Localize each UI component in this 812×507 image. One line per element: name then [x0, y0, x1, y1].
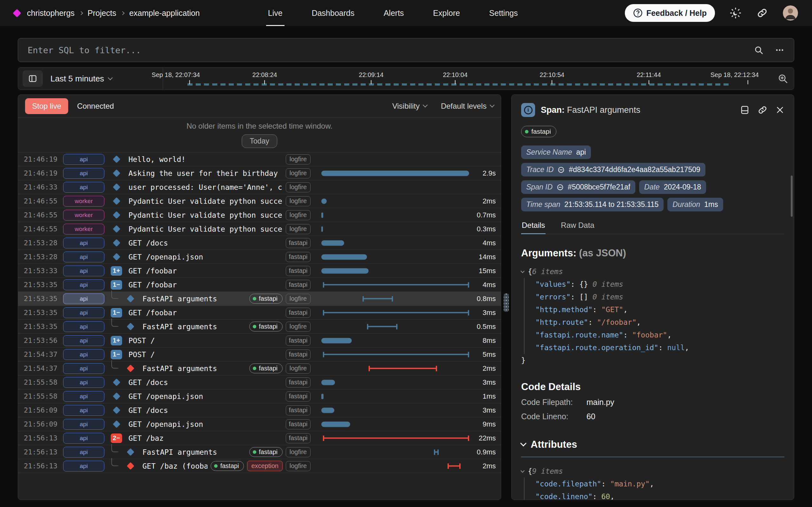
span-row[interactable]: 21:53:35apiFastAPI argumentsfastapilogfi…	[18, 320, 501, 334]
span-row[interactable]: 21:53:56api1+POST /fastapi8ms	[18, 334, 501, 348]
span-row[interactable]: 21:54:37apiFastAPI argumentsfastapilogfi…	[18, 361, 501, 376]
span-row[interactable]: 21:53:35api1−GET /foobarfastapi3ms	[18, 306, 501, 320]
visibility-dropdown[interactable]: Visibility	[392, 102, 427, 111]
user-avatar[interactable]	[783, 5, 798, 20]
tab-explore[interactable]: Explore	[433, 0, 460, 26]
span-message: FastAPI arguments	[142, 295, 246, 303]
time-range-dropdown[interactable]: Last 5 minutes	[50, 74, 112, 83]
tick-label: 22:09:14	[359, 71, 384, 78]
span-row[interactable]: 21:56:09apiGET /openapi.jsonfastapi9ms	[18, 417, 501, 431]
json-body: "code.filepath": "main.py","code.lineno"…	[524, 477, 784, 500]
toggle-children-badge[interactable]: 1+	[111, 266, 122, 276]
close-icon[interactable]	[775, 106, 784, 114]
tree-indent	[104, 292, 118, 305]
span-row[interactable]: 21:56:13apiFastAPI argumentsfastapilogfi…	[18, 445, 501, 459]
span-row[interactable]: 21:53:28apiGET /openapi.jsonfastapi14ms	[18, 250, 501, 264]
timeline-track[interactable]: Sep 18, 22:07:3422:08:2422:09:1422:10:04…	[163, 67, 772, 90]
more-options-icon[interactable]	[775, 45, 784, 55]
span-row[interactable]: 21:56:09apiGET /docsfastapi3ms	[18, 403, 501, 417]
toggle-children-badge[interactable]: 1−	[111, 280, 122, 290]
json-line: "http.method": "GET",	[536, 303, 784, 316]
toggle-children-badge[interactable]: 1−	[111, 350, 122, 359]
default-levels-dropdown[interactable]: Default levels	[441, 102, 494, 111]
tree-connector	[111, 444, 118, 452]
green-dot-icon	[253, 450, 256, 454]
toggle-children-badge[interactable]: 1−	[111, 308, 122, 318]
span-type-label: Span:	[541, 105, 565, 115]
scrollbar-thumb[interactable]	[791, 176, 793, 217]
sidebar-toggle-button[interactable]	[22, 70, 43, 87]
breadcrumb-project[interactable]: example-application	[129, 9, 200, 18]
feedback-help-button[interactable]: Feedback / Help	[625, 4, 715, 22]
json-line: "errors": [] 0 items	[536, 291, 784, 303]
row-marker	[109, 403, 124, 417]
row-marker	[109, 417, 124, 431]
scope-pill-inline: fastapi	[211, 461, 244, 471]
service-badge: api	[63, 335, 104, 346]
breadcrumb-projects[interactable]: Projects	[88, 9, 116, 18]
tick-label: 22:11:44	[637, 71, 661, 78]
span-message: GET /baz (foobar)	[142, 462, 207, 470]
span-row[interactable]: 21:55:58apiGET /docsfastapi3ms	[18, 376, 501, 389]
row-timestamp: 21:55:58	[24, 378, 63, 386]
tab-live[interactable]: Live	[268, 0, 283, 26]
instrumentation-chip: logfire	[286, 447, 310, 457]
row-marker	[109, 222, 124, 236]
sql-filter-bar[interactable]: Enter SQL to filter...	[18, 38, 794, 62]
json-open-line[interactable]: { 9 items	[521, 465, 784, 477]
toggle-children-badge[interactable]: 1+	[111, 336, 122, 345]
detail-tab-details[interactable]: Details	[521, 221, 546, 234]
theme-toggle-icon[interactable]	[729, 7, 742, 19]
tab-settings[interactable]: Settings	[489, 0, 518, 26]
caret-icon	[520, 269, 525, 273]
today-button[interactable]: Today	[242, 134, 277, 148]
toggle-children-badge[interactable]: 2−	[111, 434, 122, 443]
logfire-logo-icon[interactable]	[13, 9, 21, 17]
span-row[interactable]: 21:55:58apiGET /openapi.jsonfastapi1ms	[18, 389, 501, 403]
attributes-section-header[interactable]: Attributes	[521, 439, 784, 450]
row-marker	[109, 250, 124, 264]
span-row[interactable]: 21:46:19apiAsking the user for their bir…	[18, 166, 501, 180]
span-row[interactable]: 21:46:55workerPydantic User validate_pyt…	[18, 222, 501, 236]
tick-mark	[748, 80, 748, 84]
span-row[interactable]: 21:46:19apiHello, world!logfire	[18, 153, 501, 166]
span-row[interactable]: 21:53:33api1+GET /foobarfastapi15ms	[18, 264, 501, 278]
span-row[interactable]: 21:56:13apiGET /baz (foobar)fastapiexcep…	[18, 459, 501, 473]
row-timestamp: 21:46:33	[24, 183, 63, 191]
instrumentation-chip: fastapi	[286, 336, 310, 346]
span-row[interactable]: 21:46:33apiuser processed: User(name='An…	[18, 180, 501, 194]
span-row[interactable]: 21:53:35apiFastAPI argumentsfastapilogfi…	[18, 292, 501, 306]
duration-bar	[321, 268, 368, 274]
tab-dashboards[interactable]: Dashboards	[312, 0, 355, 26]
detail-tab-raw-data[interactable]: Raw Data	[560, 221, 595, 234]
scope-pill-label: fastapi	[259, 448, 277, 456]
row-marker	[109, 180, 124, 194]
span-row[interactable]: 21:53:28apiGET /docsfastapi4ms	[18, 236, 501, 250]
otel-scope-pill: fastapi	[521, 126, 556, 137]
breadcrumb-org[interactable]: christophergs	[27, 9, 74, 18]
dock-panel-icon[interactable]	[740, 105, 750, 115]
span-row[interactable]: 21:54:37api1−POST /fastapi5ms	[18, 348, 501, 361]
span-row[interactable]: 21:46:55workerPydantic User validate_pyt…	[18, 208, 501, 222]
splitter-drag-handle[interactable]	[504, 293, 509, 312]
duration-bar	[321, 407, 334, 413]
zoom-in-icon[interactable]	[772, 67, 794, 90]
timeline-tick: 22:10:04	[443, 71, 467, 84]
share-link-icon[interactable]	[756, 7, 768, 19]
service-badge: api	[63, 238, 104, 248]
sql-filter-input[interactable]: Enter SQL to filter...	[28, 45, 754, 55]
search-icon[interactable]	[754, 45, 763, 55]
span-row[interactable]: 21:53:35api1−GET /foobarfastapi4ms	[18, 278, 501, 292]
json-open-line[interactable]: { 6 items	[521, 265, 784, 278]
link-icon[interactable]	[557, 184, 564, 191]
duration-bar-track	[321, 389, 473, 403]
span-row[interactable]: 21:46:55workerPydantic User validate_pyt…	[18, 194, 501, 208]
span-row[interactable]: 21:56:13api2−GET /bazfastapi22ms	[18, 431, 501, 445]
tab-alerts[interactable]: Alerts	[384, 0, 404, 26]
duration-label: 0.7ms	[473, 211, 501, 219]
duration-label: 3ms	[473, 308, 501, 317]
stop-live-button[interactable]: Stop live	[25, 98, 68, 114]
link-icon[interactable]	[558, 166, 565, 173]
copy-link-icon[interactable]	[758, 105, 767, 115]
row-timestamp: 21:46:55	[24, 211, 63, 219]
